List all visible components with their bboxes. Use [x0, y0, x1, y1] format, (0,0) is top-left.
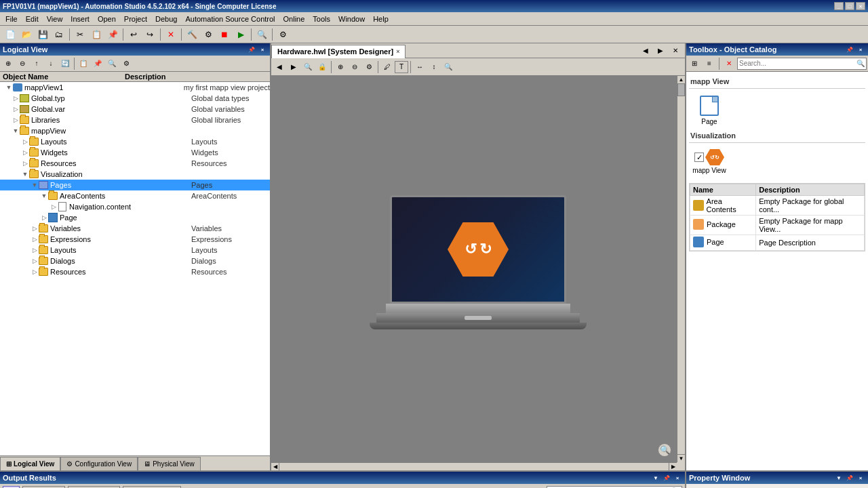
paste-button[interactable]: 📌	[105, 27, 120, 42]
expander-globaltyp[interactable]: ▷	[12, 95, 19, 102]
toolbar-btn-7[interactable]: 📌	[91, 58, 104, 70]
doc-toolbar-4[interactable]: 🔒	[315, 61, 329, 73]
doc-nav-right[interactable]: ▶	[654, 45, 667, 57]
undo-button[interactable]: ↩	[126, 27, 141, 42]
toolbox-search-input[interactable]	[739, 60, 856, 67]
minimize-button[interactable]: _	[834, 2, 844, 10]
doc-nav-left[interactable]: ◀	[639, 45, 652, 57]
maximize-button[interactable]: □	[845, 2, 854, 10]
toolbox-view-btn2[interactable]: ≡	[703, 58, 716, 70]
doc-toolbar-1[interactable]: ◀	[273, 61, 286, 73]
new-button[interactable]: 📄	[3, 27, 18, 42]
search-btn[interactable]: 🔍	[254, 27, 269, 42]
expander-pages[interactable]: ▼	[31, 182, 38, 188]
v-scroll-up[interactable]: ▲	[677, 76, 685, 84]
prop-pin-btn[interactable]: 📌	[845, 474, 854, 482]
doc-tab-close[interactable]: ×	[396, 48, 399, 55]
cut-button[interactable]: ✂	[73, 27, 87, 42]
tree-item-mappview[interactable]: ▼ mappView	[0, 125, 270, 136]
save-all-button[interactable]: 🗂	[52, 27, 66, 42]
expander-mappview[interactable]: ▼	[12, 127, 19, 134]
toolbar-btn-8[interactable]: 🔍	[105, 58, 119, 70]
doc-toolbar-2[interactable]: ▶	[287, 61, 300, 73]
expander-layouts2[interactable]: ▷	[31, 247, 38, 253]
h-scroll-right[interactable]: ▶	[669, 463, 677, 470]
toolbar-btn-5[interactable]: 🔄	[58, 58, 72, 70]
expander-globalvar[interactable]: ▷	[12, 106, 19, 113]
doc-toolbar-6[interactable]: ⊖	[348, 61, 361, 73]
tree-item-pages[interactable]: ▼ Pages Pages	[0, 180, 270, 190]
menu-window[interactable]: Window	[334, 14, 369, 24]
tree-item-resources2[interactable]: ▷ Resources Resources	[0, 266, 270, 277]
tree-item-dialogs[interactable]: ▷ Dialogs Dialogs	[0, 256, 270, 266]
doc-toolbar-10[interactable]: ↔	[413, 61, 427, 73]
toolbox-close-btn[interactable]: ×	[856, 45, 865, 54]
output-pin-btn[interactable]: 📌	[662, 474, 671, 482]
doc-toolbar-5[interactable]: ⊕	[334, 61, 347, 73]
output-btn1[interactable]: ⚙	[184, 486, 197, 489]
tree-item-layouts2[interactable]: ▷ Layouts Layouts	[0, 245, 270, 256]
panel-close-button[interactable]: ×	[258, 45, 267, 54]
build-all-button[interactable]: ⚙	[201, 27, 216, 42]
output-btn2[interactable]: ≡	[200, 486, 214, 489]
expander-resources2[interactable]: ▷	[31, 268, 38, 275]
doc-toolbar-11[interactable]: ↕	[427, 61, 441, 73]
delete-button[interactable]: ✕	[163, 27, 178, 42]
tree-item-layouts[interactable]: ▷ Layouts Layouts	[0, 136, 270, 147]
menu-edit[interactable]: Edit	[22, 14, 43, 24]
expander-nav-content[interactable]: ▷	[50, 203, 57, 210]
save-button[interactable]: 💾	[35, 27, 50, 42]
toolbar-btn-6[interactable]: 📋	[77, 58, 90, 70]
vis-checkbox[interactable]: ✓	[694, 152, 704, 162]
expander-areacontents[interactable]: ▼	[41, 192, 47, 199]
vis-item-mappview[interactable]: ✓ ↺↻ mapp View	[689, 146, 730, 178]
expander-variables[interactable]: ▷	[31, 225, 38, 232]
doc-tab-hardware[interactable]: Hardware.hwl [System Designer] ×	[271, 45, 406, 58]
expander-page[interactable]: ▷	[41, 214, 47, 221]
run-button[interactable]: ▶	[233, 27, 248, 42]
menu-file[interactable]: File	[1, 14, 22, 24]
menu-source-control[interactable]: Automation Source Control	[181, 14, 279, 24]
close-button[interactable]: ×	[856, 2, 865, 10]
build-button[interactable]: 🔨	[184, 27, 199, 42]
tab-errors[interactable]: ⬤ 0 Errors	[22, 486, 65, 489]
toolbar-btn-9[interactable]: ⚙	[119, 58, 133, 70]
doc-toolbar-9[interactable]: T	[395, 61, 408, 73]
tree-item-page[interactable]: ▷ Page	[0, 212, 270, 223]
catalog-row-package[interactable]: Package Empty Package for mapp View...	[690, 216, 865, 235]
tree-item-visualization[interactable]: ▼ Visualization	[0, 169, 270, 180]
redo-button[interactable]: ↪	[142, 27, 157, 42]
toolbar-btn-1[interactable]: ⊕	[1, 58, 15, 70]
catalog-row-page[interactable]: Page Page Description	[690, 235, 865, 251]
menu-view[interactable]: View	[43, 14, 67, 24]
expander-layouts[interactable]: ▷	[22, 138, 28, 145]
expander-widgets[interactable]: ▷	[22, 149, 28, 156]
menu-tools[interactable]: Tools	[309, 14, 334, 24]
tree-item-widgets[interactable]: ▷ Widgets Widgets	[0, 147, 270, 158]
tab-physical-view[interactable]: 🖥 Physical View	[138, 457, 201, 470]
tree-item-libraries[interactable]: ▷ Libraries Global libraries	[0, 115, 270, 125]
tab-logical-view[interactable]: ⊞ Logical View	[0, 457, 60, 470]
tree-item-resources[interactable]: ▷ Resources Resources	[0, 158, 270, 169]
expander-mappview1[interactable]: ▼	[5, 84, 12, 91]
panel-pin-button[interactable]: 📌	[247, 45, 256, 54]
tree-item-mappview1[interactable]: ▼ mappView1 my first mapp view project	[0, 82, 270, 93]
toolbox-pin-btn[interactable]: 📌	[845, 45, 854, 54]
prop-collapse-btn[interactable]: ▼	[834, 474, 844, 482]
toolbar-btn-4[interactable]: ↓	[44, 58, 58, 70]
window-controls[interactable]: _ □ ×	[834, 2, 865, 10]
tab-all[interactable]: All	[3, 486, 20, 489]
output-btn3[interactable]: ✕	[216, 486, 230, 489]
doc-toolbar-12[interactable]: 🔍	[441, 61, 455, 73]
catalog-row-area[interactable]: Area Contents Empty Package for global c…	[690, 196, 865, 216]
tree-item-nav-content[interactable]: ▷ Navigation.content	[0, 201, 270, 212]
h-scroll-left[interactable]: ◀	[271, 463, 279, 470]
toolbar-btn-2[interactable]: ⊖	[16, 58, 29, 70]
menu-online[interactable]: Online	[279, 14, 309, 24]
doc-toolbar-7[interactable]: ⚙	[362, 61, 376, 73]
tab-warnings[interactable]: ⬤ 0 Warnings	[68, 486, 120, 489]
tree-item-globalvar[interactable]: ▷ Global.var Global variables	[0, 104, 270, 115]
canvas-scrollbar-h[interactable]: ◀ ▶	[271, 462, 677, 470]
toolbox-view-btn1[interactable]: ⊞	[688, 58, 701, 70]
expander-dialogs[interactable]: ▷	[31, 258, 38, 264]
